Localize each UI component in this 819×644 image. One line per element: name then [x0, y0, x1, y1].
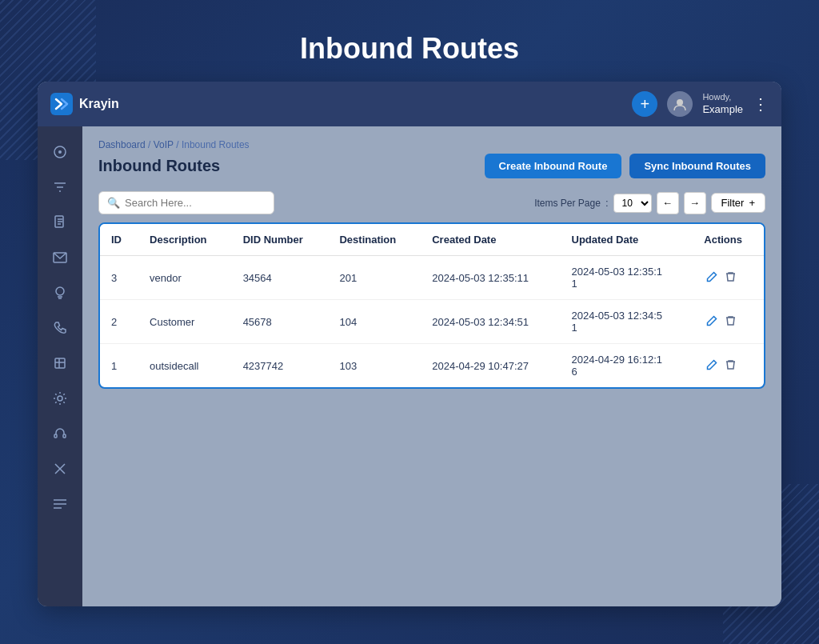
search-icon: 🔍 — [107, 197, 120, 209]
svg-point-3 — [58, 150, 62, 154]
col-did-number: DID Number — [232, 224, 329, 256]
filter-plus-icon: + — [749, 197, 755, 209]
mail-icon — [53, 252, 67, 263]
cell-destination: 104 — [328, 300, 421, 344]
svg-point-8 — [58, 396, 62, 401]
delete-button[interactable] — [723, 313, 738, 331]
sidebar-item-box[interactable] — [44, 347, 76, 379]
delete-button[interactable] — [723, 269, 738, 287]
trash-icon — [725, 315, 736, 326]
cell-actions — [693, 300, 764, 344]
sidebar-item-phone[interactable] — [44, 312, 76, 344]
table-card: ID Description DID Number Destination Cr… — [98, 222, 765, 389]
sidebar-item-dashboard[interactable] — [44, 136, 76, 168]
sidebar-item-documents[interactable] — [44, 206, 76, 238]
brand: Krayin — [50, 93, 119, 115]
navbar: Krayin + Howdy, Example ⋮ — [38, 82, 781, 126]
trash-icon — [725, 359, 736, 370]
gear-icon — [53, 391, 67, 406]
prev-page-button[interactable]: ← — [657, 192, 679, 214]
sidebar-item-tools[interactable] — [44, 453, 76, 485]
sidebar-item-voip[interactable] — [44, 418, 76, 450]
cell-description: outsidecall — [138, 344, 232, 388]
sync-inbound-routes-button[interactable]: Sync Inbound Routes — [629, 154, 765, 178]
svg-rect-7 — [55, 358, 65, 368]
cell-description: vendor — [138, 256, 232, 300]
sidebar — [38, 126, 82, 606]
next-page-button[interactable]: → — [684, 192, 706, 214]
breadcrumb-voip[interactable]: VoIP — [154, 139, 174, 150]
tools-icon — [54, 462, 66, 475]
howdy-label: Howdy, — [702, 91, 743, 102]
cell-updated-date: 2024-04-29 16:12:1 6 — [561, 344, 693, 388]
sidebar-item-menu[interactable] — [44, 488, 76, 520]
dashboard-icon — [53, 145, 67, 159]
inbound-routes-table: ID Description DID Number Destination Cr… — [100, 224, 764, 387]
create-inbound-route-button[interactable]: Create Inbound Route — [485, 154, 622, 178]
col-created-date: Created Date — [421, 224, 560, 256]
table-row: 3 vendor 34564 201 2024-05-03 12:35:11 2… — [100, 256, 764, 300]
edit-button[interactable] — [704, 269, 720, 287]
table-body: 3 vendor 34564 201 2024-05-03 12:35:11 2… — [100, 256, 764, 388]
user-name: Example — [702, 103, 743, 117]
pagination-row: Items Per Page : 10 25 50 ← → Filter + — [534, 192, 765, 214]
cell-destination: 201 — [328, 256, 421, 300]
breadcrumb-current: Inbound Routes — [182, 139, 250, 150]
main-layout: Dashboard / VoIP / Inbound Routes Inboun… — [38, 126, 781, 606]
cell-created-date: 2024-05-03 12:34:51 — [421, 300, 560, 344]
search-box: 🔍 — [98, 191, 274, 214]
edit-icon — [706, 271, 717, 282]
cell-actions — [693, 256, 764, 300]
brand-logo-icon — [50, 93, 73, 115]
colon-label: : — [605, 197, 609, 209]
user-icon — [673, 97, 687, 111]
trash-icon — [725, 271, 736, 282]
col-description: Description — [138, 224, 232, 256]
breadcrumb-dashboard[interactable]: Dashboard — [98, 139, 146, 150]
delete-button[interactable] — [723, 357, 738, 375]
per-page-select[interactable]: 10 25 50 — [613, 194, 652, 213]
breadcrumb-sep2: / — [176, 139, 182, 150]
filter-button[interactable]: Filter + — [711, 193, 765, 213]
svg-point-1 — [677, 99, 683, 106]
sidebar-item-mail[interactable] — [44, 242, 76, 274]
col-actions: Actions — [693, 224, 764, 256]
box-icon — [54, 357, 66, 370]
breadcrumb-sep1: / — [148, 139, 154, 150]
sidebar-item-settings[interactable] — [44, 382, 76, 414]
table-row: 1 outsidecall 4237742 103 2024-04-29 10:… — [100, 344, 764, 388]
filter-label: Filter — [721, 197, 745, 209]
app-window: Krayin + Howdy, Example ⋮ — [38, 82, 781, 606]
sidebar-item-bulb[interactable] — [44, 277, 76, 309]
items-per-page-label: Items Per Page — [534, 198, 601, 209]
header-actions: Create Inbound Route Sync Inbound Routes — [485, 154, 765, 178]
cell-actions — [693, 344, 764, 388]
edit-button[interactable] — [704, 357, 720, 375]
brand-name: Krayin — [79, 97, 119, 111]
add-button[interactable]: + — [632, 91, 657, 117]
table-row: 2 Customer 45678 104 2024-05-03 12:34:51… — [100, 300, 764, 344]
cell-id: 1 — [100, 344, 138, 388]
svg-point-6 — [56, 287, 64, 295]
cell-updated-date: 2024-05-03 12:34:5 1 — [561, 300, 693, 344]
edit-button[interactable] — [704, 313, 720, 331]
phone-icon — [54, 322, 66, 334]
more-options-button[interactable]: ⋮ — [753, 94, 769, 114]
cell-created-date: 2024-04-29 10:47:27 — [421, 344, 560, 388]
content-title: Inbound Routes — [98, 157, 220, 175]
svg-rect-9 — [54, 434, 57, 438]
toolbar: 🔍 Items Per Page : 10 25 50 ← → Filter — [98, 191, 765, 214]
page-title: Inbound Routes — [300, 32, 519, 66]
cell-id: 2 — [100, 300, 138, 344]
avatar — [667, 91, 693, 117]
sidebar-item-filter[interactable] — [44, 171, 76, 203]
edit-icon — [706, 315, 717, 326]
search-input[interactable] — [125, 197, 266, 209]
menu-icon — [53, 498, 67, 510]
user-info: Howdy, Example — [702, 91, 743, 116]
cell-destination: 103 — [328, 344, 421, 388]
edit-icon — [706, 359, 717, 370]
cell-description: Customer — [138, 300, 232, 344]
svg-rect-10 — [63, 434, 66, 438]
headset-icon — [54, 427, 66, 440]
